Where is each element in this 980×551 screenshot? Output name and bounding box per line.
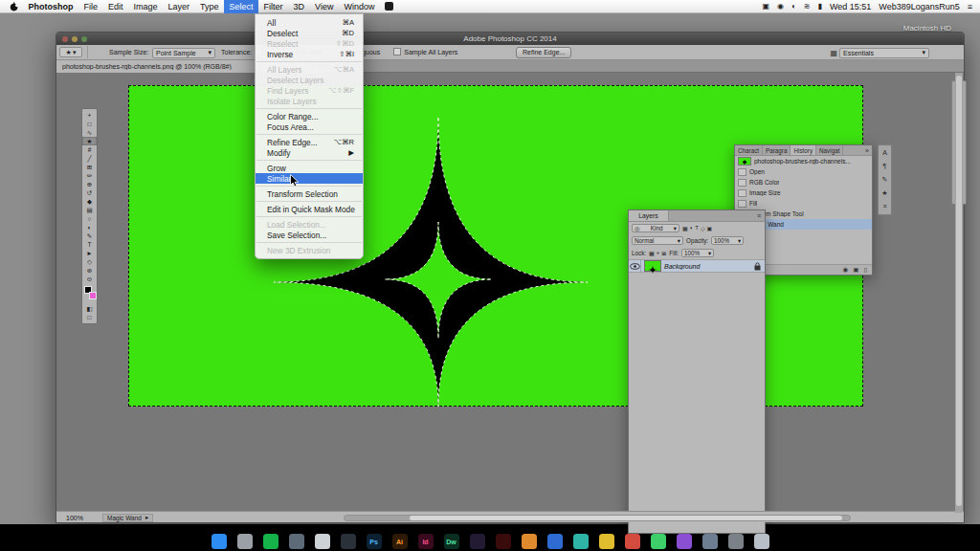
display-icon[interactable]: ▣ [762,2,769,11]
select-menu-item-inverse[interactable]: Inverse⇧⌘I [256,49,363,59]
horizontal-scrollbar[interactable] [344,515,851,521]
healing-brush-tool[interactable]: ⊞ [82,163,97,171]
dock-app-12[interactable] [496,534,511,549]
volume-icon[interactable]: ◉ [777,2,784,11]
horizontal-scrollbar-thumb[interactable] [410,516,842,520]
menubar-item-filter[interactable]: Filter [258,0,288,13]
refine-edge-button[interactable]: Refine Edge... [516,47,571,58]
dock-app-18[interactable] [651,534,666,549]
shape-tool[interactable]: ◇ [82,257,97,266]
brush-panel-icon[interactable]: ✎ [882,176,888,184]
menubar-item-image[interactable]: Image [128,0,163,13]
lasso-tool[interactable]: ∿ [82,128,97,137]
history-item-image-size[interactable]: Image Size [735,187,872,198]
menubar-item-type[interactable]: Type [195,0,225,13]
workspace-dropdown[interactable]: Essentials ▾ [839,48,929,58]
zoom-tool[interactable]: ⊙ [82,275,97,283]
panel-menu-icon[interactable]: ≡ [753,210,765,221]
panel-tab-paragra[interactable]: Paragra [763,145,791,155]
close-window-icon[interactable] [62,36,68,42]
type-tool[interactable]: T [82,240,97,249]
history-item-open[interactable]: Open [735,166,872,177]
history-item-rgb-color[interactable]: RGB Color [735,177,872,187]
zoom-level[interactable]: 100% [66,515,83,521]
layer-visibility-toggle[interactable] [629,259,641,273]
dock-app-15[interactable] [573,534,589,549]
zoom-window-icon[interactable] [81,36,87,42]
eraser-tool[interactable]: ◆ [82,197,97,206]
gradient-tool[interactable]: ▤ [82,206,97,214]
adjustment-filter-icon[interactable]: ◐ [690,225,694,231]
eyedropper-tool[interactable]: ╱ [82,154,97,163]
menubar-item-edit[interactable]: Edit [103,0,129,13]
history-snapshot-icon[interactable]: ◉ [843,266,849,274]
vertical-scrollbar[interactable] [955,73,963,513]
menubar-item-file[interactable]: File [78,0,103,13]
move-tool[interactable]: + [82,111,97,120]
dock-app-20[interactable] [702,534,718,549]
panel-tab-charact[interactable]: Charact [735,145,763,155]
menubar-item-layer[interactable]: Layer [163,0,195,13]
battery-icon[interactable]: ▮ [818,2,822,11]
brush-tool[interactable]: ✏ [82,171,97,180]
menubar-item-photoshop[interactable]: Photoshop [23,0,78,13]
menubar-user[interactable]: Web389LogansRun5 [879,2,959,11]
history-delete-icon[interactable]: ▯ [863,266,867,274]
select-menu-item-grow[interactable]: Grow [256,163,363,173]
select-menu-item-color-range[interactable]: Color Range... [256,111,363,121]
vertical-scrollbar-thumb[interactable] [956,76,962,506]
dock-app-5[interactable] [315,534,330,549]
menubar-clock[interactable]: Wed 15:51 [830,2,871,11]
workspace-grid-icon[interactable]: ▦ [830,49,837,57]
select-menu-item-all[interactable]: All⌘A [256,17,363,28]
panel-menu-icon[interactable]: ≡ [882,203,886,210]
dock-trash[interactable] [754,534,769,549]
dock-spotify[interactable] [263,534,278,549]
dock-app-4[interactable] [289,534,304,549]
layer-name[interactable]: Background [664,263,754,270]
crop-tool[interactable]: # [82,145,97,154]
hand-tool[interactable]: ⊛ [82,266,97,275]
character-panel-icon[interactable]: A [882,149,887,157]
layer-thumbnail[interactable] [644,260,661,272]
dock-app-19[interactable] [677,534,692,549]
dock-app-11[interactable] [470,534,485,549]
type-filter-icon[interactable]: T [695,225,699,231]
panel-tab-history[interactable]: History [791,145,816,155]
history-brush-tool[interactable]: ↺ [82,188,97,197]
clone-stamp-tool[interactable]: ⊕ [82,180,97,188]
dock-app-13[interactable] [522,534,537,549]
paragraph-panel-icon[interactable]: ¶ [883,163,887,170]
menubar-item-select[interactable]: Select [224,0,258,13]
window-titlebar[interactable]: Adobe Photoshop CC 2014 [56,33,964,45]
dock-app-6[interactable] [341,534,356,549]
dock-illustrator[interactable]: Ai [392,534,408,549]
dock-indesign[interactable]: Id [418,534,434,549]
dock-app-2[interactable] [237,534,253,549]
quick-mask-icon[interactable]: ◧ [82,304,97,313]
blend-mode-dropdown[interactable]: Normal ▾ [632,236,683,245]
background-color-swatch[interactable] [89,292,97,299]
menubar-item-window[interactable]: Window [339,0,380,13]
tool-preset-dropdown[interactable]: ★ ▾ [59,47,82,57]
blur-tool[interactable]: ○ [82,214,97,223]
path-select-tool[interactable]: ► [82,249,97,257]
select-menu-item-save-selection[interactable]: Save Selection... [256,230,363,240]
panel-tab-navigat[interactable]: Navigat [816,145,843,155]
lock-position-icon[interactable]: + [657,250,660,256]
marquee-tool[interactable]: □ [82,120,97,128]
select-menu-item-modify[interactable]: Modify▶ [256,147,363,158]
menubar-item-view[interactable]: View [310,0,339,13]
styles-panel-icon[interactable]: ★ [881,189,887,197]
kind-filter-dropdown[interactable]: ◎ Kind ▾ [632,224,679,232]
screen-recorder-icon[interactable] [385,2,393,11]
sample-size-dropdown[interactable]: Point Sample ▾ [152,48,215,58]
layers-tab[interactable]: Layers [629,210,669,221]
shape-filter-icon[interactable]: ◇ [701,225,705,231]
menubar-item-3d[interactable]: 3D [288,0,310,13]
pixel-filter-icon[interactable]: ▦ [682,225,688,231]
magic-wand-tool[interactable]: ★ [82,137,97,145]
wifi-icon[interactable]: ≋ [804,2,811,11]
minimize-window-icon[interactable] [72,36,78,42]
checkbox-sample-all-layers[interactable]: Sample All Layers [393,48,457,55]
